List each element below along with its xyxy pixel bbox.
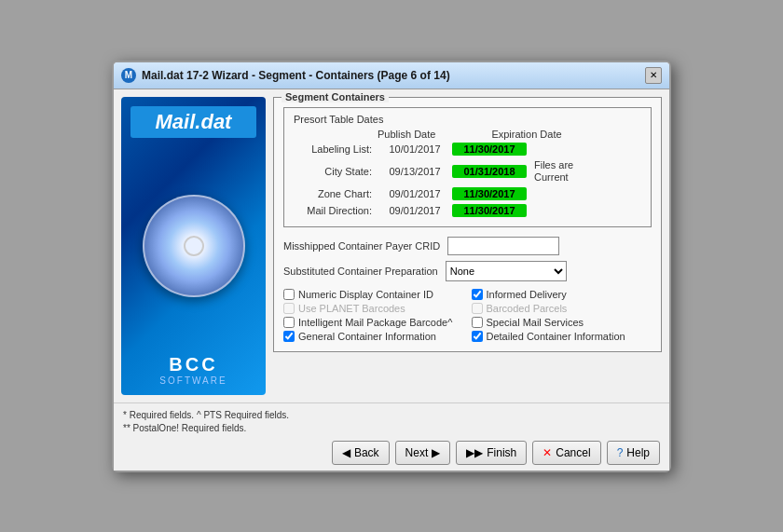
cb-barcoded-parcels-label: Barcoded Parcels bbox=[487, 303, 568, 314]
cancel-x-icon: ✕ bbox=[543, 446, 552, 459]
checkboxes-grid: Numeric Display Container ID Informed De… bbox=[283, 289, 652, 342]
left-panel: Mail.dat BCC SOFTWARE bbox=[121, 97, 266, 395]
prep-label: Substituted Container Preparation bbox=[283, 266, 438, 277]
footer: * Required fields. ^ PTS Required fields… bbox=[114, 402, 669, 471]
cb-planet-barcodes[interactable] bbox=[283, 303, 295, 314]
finish-label: Finish bbox=[487, 446, 516, 459]
main-window: M Mail.dat 17-2 Wizard - Segment - Conta… bbox=[112, 61, 671, 472]
title-bar: M Mail.dat 17-2 Wizard - Segment - Conta… bbox=[114, 62, 669, 89]
publish-labeling-list: 10/01/2017 bbox=[378, 143, 452, 155]
publish-zone-chart: 09/01/2017 bbox=[378, 188, 452, 199]
help-icon: ? bbox=[617, 446, 624, 459]
label-city-state: City State: bbox=[294, 166, 378, 177]
next-arrow-icon: ▶ bbox=[432, 446, 440, 459]
window-title: Mail.dat 17-2 Wizard - Segment - Contain… bbox=[142, 69, 450, 82]
maildat-logo: Mail.dat bbox=[130, 106, 256, 138]
cb-barcoded-parcels[interactable] bbox=[472, 303, 483, 314]
footer-note2: ** PostalOne! Required fields. bbox=[123, 422, 660, 435]
checkbox-special-mail: Special Mail Services bbox=[472, 317, 652, 328]
expiry-labeling-list: 11/30/2017 bbox=[452, 143, 527, 156]
cb-imail-package-label: Intelligent Mail Package Barcode^ bbox=[298, 317, 452, 328]
date-row-zone-chart: Zone Chart: 09/01/2017 11/30/2017 bbox=[294, 187, 641, 200]
footer-notes: * Required fields. ^ PTS Required fields… bbox=[123, 409, 660, 435]
expiry-city-state: 01/31/2018 bbox=[452, 165, 527, 178]
misship-label: Misshipped Container Payer CRID bbox=[283, 240, 440, 252]
dates-header: Publish Date Expiration Date bbox=[378, 129, 641, 140]
checkbox-informed-delivery: Informed Delivery bbox=[472, 289, 652, 300]
segment-title: Segment Containers bbox=[282, 91, 389, 102]
cb-general-container[interactable] bbox=[283, 331, 295, 342]
checkbox-imail-package: Intelligent Mail Package Barcode^ bbox=[283, 317, 464, 328]
software-text: SOFTWARE bbox=[159, 375, 227, 386]
content-area: Mail.dat BCC SOFTWARE Segment Containers… bbox=[114, 89, 669, 402]
publish-date-header: Publish Date bbox=[378, 129, 435, 140]
misship-row: Misshipped Container Payer CRID bbox=[283, 237, 652, 255]
expiration-date-header: Expiration Date bbox=[491, 129, 561, 140]
checkbox-general-container: General Container Information bbox=[283, 331, 464, 342]
close-button[interactable]: ✕ bbox=[645, 67, 662, 84]
checkbox-numeric-display: Numeric Display Container ID bbox=[283, 289, 464, 300]
title-bar-left: M Mail.dat 17-2 Wizard - Segment - Conta… bbox=[121, 68, 450, 83]
cb-planet-barcodes-label: Use PLANET Barcodes bbox=[298, 303, 405, 314]
cancel-button[interactable]: ✕ Cancel bbox=[532, 441, 600, 465]
date-row-labeling: Labeling List: 10/01/2017 11/30/2017 bbox=[294, 143, 641, 156]
cb-informed-delivery[interactable] bbox=[472, 289, 483, 300]
back-label: Back bbox=[354, 446, 379, 459]
help-label: Help bbox=[626, 446, 650, 459]
cb-general-container-label: General Container Information bbox=[298, 331, 436, 342]
expiry-mail-direction: 11/30/2017 bbox=[452, 204, 527, 217]
cd-disc-image bbox=[143, 195, 245, 297]
label-labeling-list: Labeling List: bbox=[294, 143, 378, 155]
cb-imail-package[interactable] bbox=[283, 317, 295, 328]
expiry-zone-chart: 11/30/2017 bbox=[452, 187, 527, 200]
cb-special-mail[interactable] bbox=[472, 317, 483, 328]
back-button[interactable]: ◀ Back bbox=[332, 441, 390, 465]
logo-area: Mail.dat BCC SOFTWARE bbox=[121, 97, 266, 395]
footer-note1: * Required fields. ^ PTS Required fields… bbox=[123, 409, 660, 422]
checkbox-barcoded-parcels: Barcoded Parcels bbox=[472, 303, 652, 314]
publish-city-state: 09/13/2017 bbox=[378, 166, 452, 177]
bcc-text: BCC bbox=[159, 354, 227, 375]
back-arrow-icon: ◀ bbox=[342, 446, 350, 459]
checkbox-detailed-container: Detailed Container Information bbox=[472, 331, 652, 342]
app-icon: M bbox=[121, 68, 136, 83]
misship-input[interactable] bbox=[447, 237, 559, 255]
help-button[interactable]: ? Help bbox=[607, 441, 660, 465]
finish-button[interactable]: ▶▶ Finish bbox=[456, 441, 527, 465]
presort-group: Presort Table Dates Publish Date Expirat… bbox=[283, 107, 652, 227]
next-label: Next bbox=[405, 446, 429, 459]
publish-mail-direction: 09/01/2017 bbox=[378, 205, 452, 216]
footer-buttons: ◀ Back Next ▶ ▶▶ Finish ✕ Cancel ? Help bbox=[123, 441, 660, 465]
label-zone-chart: Zone Chart: bbox=[294, 188, 378, 199]
presort-legend: Presort Table Dates bbox=[294, 114, 641, 125]
prep-row: Substituted Container Preparation None bbox=[283, 261, 652, 281]
cb-detailed-container[interactable] bbox=[472, 331, 483, 342]
date-row-mail-direction: Mail Direction: 09/01/2017 11/30/2017 bbox=[294, 204, 641, 217]
checkbox-planet-barcodes: Use PLANET Barcodes bbox=[283, 303, 464, 314]
right-panel: Segment Containers Presort Table Dates P… bbox=[273, 97, 662, 395]
files-current-label: Files areCurrent bbox=[534, 159, 573, 184]
bcc-label: BCC SOFTWARE bbox=[159, 354, 227, 386]
next-button[interactable]: Next ▶ bbox=[395, 441, 451, 465]
cb-special-mail-label: Special Mail Services bbox=[487, 317, 584, 328]
cancel-label: Cancel bbox=[556, 446, 590, 459]
date-row-city-state: City State: 09/13/2017 01/31/2018 Files … bbox=[294, 159, 641, 184]
prep-select[interactable]: None bbox=[446, 261, 567, 281]
finish-double-arrow-icon: ▶▶ bbox=[466, 446, 483, 459]
label-mail-direction: Mail Direction: bbox=[294, 205, 378, 216]
cb-detailed-container-label: Detailed Container Information bbox=[487, 331, 625, 342]
cb-numeric-display[interactable] bbox=[283, 289, 295, 300]
cb-informed-delivery-label: Informed Delivery bbox=[487, 289, 567, 300]
cb-numeric-display-label: Numeric Display Container ID bbox=[298, 289, 433, 300]
segment-containers-group: Segment Containers Presort Table Dates P… bbox=[273, 97, 662, 352]
